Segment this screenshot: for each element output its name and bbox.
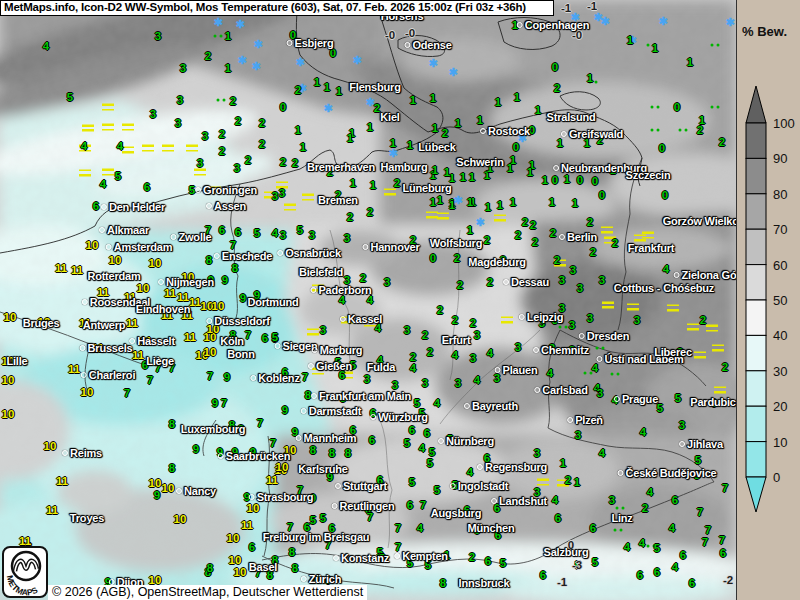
city-marker-icon <box>362 244 368 250</box>
temperature-value: 7 <box>257 417 263 429</box>
temperature-value: 8 <box>169 418 175 430</box>
drizzle-symbol-icon <box>616 507 619 510</box>
weather-map[interactable]: 453231132332232443223546562300-0-0-0-1-1… <box>0 0 736 600</box>
city-label: Basel <box>249 561 277 573</box>
city-label: Bonn <box>227 348 254 360</box>
temperature-value: 11 <box>177 291 189 303</box>
temperature-value: 1 <box>687 56 693 68</box>
temperature-value: 2 <box>360 272 366 284</box>
city-marker-icon <box>333 555 339 561</box>
scale-segment <box>746 371 766 406</box>
city-label: Jihlava <box>679 438 723 450</box>
temperature-value: 3 <box>320 324 326 336</box>
city-label: Salzburg <box>544 546 589 558</box>
temperature-value: 6 <box>485 555 491 567</box>
city-marker-icon <box>62 450 68 456</box>
city-label: Hannover <box>362 241 419 253</box>
drizzle-symbol-icon <box>647 44 650 47</box>
city-marker-icon <box>477 464 483 470</box>
temperature-value: 3 <box>609 494 615 506</box>
temperature-value: 6 <box>590 522 596 534</box>
city-label: Augsburg <box>431 507 481 519</box>
fog-symbol-icon <box>79 170 91 177</box>
temperature-value: 2 <box>590 246 596 258</box>
metmaps-window: 453231132332232443223546562300-0-0-0-1-1… <box>0 0 800 600</box>
metmaps-logo-icon: METMAPS <box>4 548 46 596</box>
city-label: Wolfsburg <box>430 237 482 249</box>
city-label: Alkmaar <box>99 224 149 236</box>
city-label: Troyes <box>70 512 104 524</box>
city-label: Berlin <box>559 231 597 243</box>
temperature-value: 3 <box>534 447 540 459</box>
temperature-value: 8 <box>289 546 295 558</box>
city-marker-icon <box>340 316 346 322</box>
city-label: Linz <box>611 512 632 524</box>
city-label: Frankfurt <box>628 242 674 254</box>
temperature-value: 5 <box>115 170 121 182</box>
scale-segment <box>746 406 766 441</box>
temperature-value: 5 <box>297 224 303 236</box>
temperature-value: 4 <box>100 178 106 190</box>
drizzle-symbol-icon <box>614 529 617 532</box>
drizzle-symbol-icon <box>711 106 714 109</box>
city-marker-icon <box>370 414 376 420</box>
temperature-value: 2 <box>722 361 728 373</box>
temperature-value: 2 <box>484 234 490 246</box>
city-label: Fulda <box>367 361 395 373</box>
temperature-value: 7 <box>705 524 711 536</box>
scale-segment <box>746 300 766 335</box>
city-label: Zwolle <box>170 231 211 243</box>
temperature-value: 8 <box>169 462 175 474</box>
temperature-value: 1 <box>444 166 450 178</box>
city-label: Hasselt <box>129 335 175 347</box>
temperature-value: 7 <box>395 522 401 534</box>
temperature-value: 1 <box>574 476 580 488</box>
fog-symbol-icon <box>494 215 506 222</box>
scale-tick-label: 50 <box>773 293 787 308</box>
temperature-value: 3 <box>175 117 181 129</box>
temperature-value: 3 <box>309 229 315 241</box>
fog-symbol-icon <box>602 302 614 309</box>
temperature-value: 4 <box>81 140 87 152</box>
city-label: Lüneburg <box>402 182 451 194</box>
temperature-value: 9 <box>154 489 160 501</box>
temperature-value: 0 <box>674 101 680 113</box>
map-markers-layer: 453231132332232443223546562300-0-0-0-1-1… <box>0 0 736 600</box>
city-marker-icon <box>335 483 341 489</box>
temperature-value: 9 <box>193 443 199 455</box>
scale-tick-label: 20 <box>773 399 787 414</box>
city-label: Zielona Góra <box>674 269 736 281</box>
city-label: Groningen <box>195 184 257 196</box>
city-label: Reutlingen <box>332 500 395 512</box>
temperature-value: 9 <box>212 397 218 409</box>
city-marker-icon <box>250 375 256 381</box>
city-label: Regensburg <box>477 461 547 473</box>
temperature-value: 4 <box>272 227 278 239</box>
city-label: Szczecin <box>626 169 671 181</box>
temperature-value: 4 <box>547 367 553 379</box>
city-marker-icon <box>296 435 302 441</box>
fog-symbol-icon <box>186 145 198 152</box>
temperature-value: 2 <box>487 276 493 288</box>
temperature-value: 11 <box>46 504 58 516</box>
temperature-value: 7 <box>302 371 308 383</box>
temperature-value: 2 <box>700 314 706 326</box>
temperature-value: 4 <box>672 561 678 573</box>
temperature-value: 8 <box>329 447 335 459</box>
city-marker-icon <box>310 287 316 293</box>
city-label: Lille <box>6 355 27 367</box>
city-label: Schwerin <box>456 156 503 168</box>
drizzle-symbol-icon <box>611 373 614 376</box>
city-label: Freiburg im Breisgau <box>263 531 370 543</box>
city-marker-icon <box>618 470 624 476</box>
temperature-value: 2 <box>442 127 448 139</box>
temperature-value: 10 <box>212 300 225 312</box>
city-label: Eindhoven <box>136 303 190 315</box>
city-marker-icon <box>206 203 212 209</box>
temperature-value: 11 <box>56 475 68 487</box>
temperature-value: 10 <box>204 346 217 358</box>
city-label: Liberec <box>654 346 692 358</box>
fog-symbol-icon <box>501 317 513 324</box>
fog-symbol-icon <box>712 345 724 352</box>
temperature-value: 4 <box>117 140 123 152</box>
